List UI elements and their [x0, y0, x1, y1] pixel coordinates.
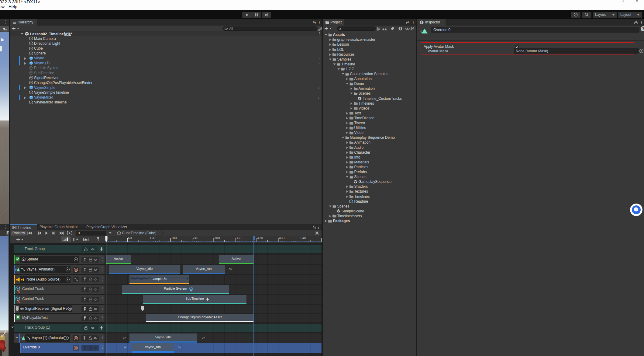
- svg-text:{}: {}: [18, 289, 20, 293]
- svg-text:{}: {}: [18, 299, 20, 303]
